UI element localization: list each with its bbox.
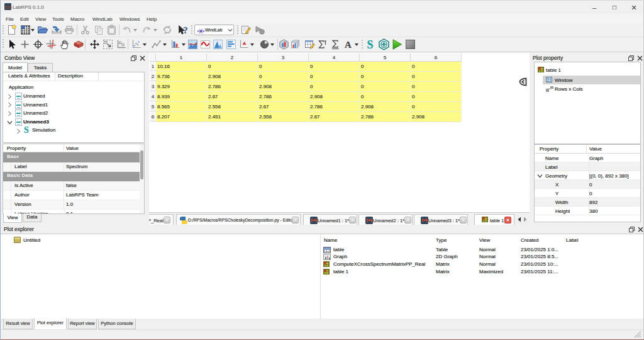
svg-text:A: A: [345, 40, 352, 50]
svg-text:?: ?: [184, 26, 188, 35]
svg-text:S: S: [367, 38, 374, 50]
